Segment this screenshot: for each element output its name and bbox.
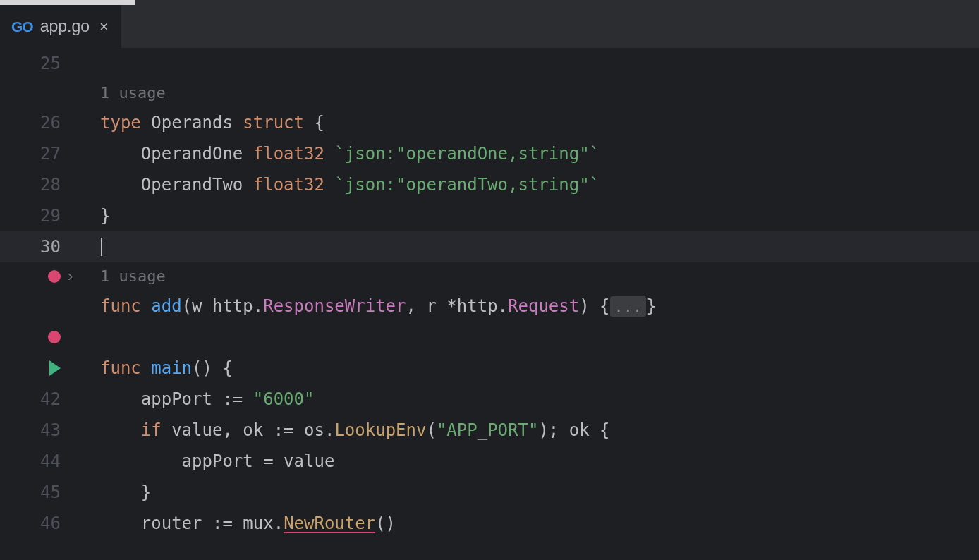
line-number[interactable]: 29	[0, 206, 66, 226]
type-ref: ResponseWriter	[263, 296, 406, 316]
breakpoint-icon[interactable]	[48, 270, 61, 283]
tab-filename: app.go	[40, 17, 90, 36]
variable: ok	[243, 420, 263, 440]
close-icon[interactable]: ×	[99, 18, 109, 36]
line-number[interactable]: 28	[0, 175, 66, 195]
variable: appPort	[182, 451, 253, 471]
assign-op: =	[263, 451, 273, 471]
line-number[interactable]: 25	[0, 54, 66, 73]
keyword-func: func	[100, 358, 141, 378]
variable: router	[141, 513, 202, 533]
package-ref: http	[457, 296, 498, 316]
builtin-type: float32	[253, 144, 324, 164]
function-call: NewRouter	[284, 513, 375, 533]
function-call: LookupEnv	[334, 420, 426, 440]
variable: value	[171, 420, 222, 440]
string-literal: "APP_PORT"	[437, 420, 539, 440]
builtin-type: float32	[253, 175, 324, 195]
field-name: OperandOne	[141, 144, 243, 164]
brace: }	[100, 207, 110, 224]
variable: appPort	[141, 389, 212, 409]
assign-op: :=	[274, 420, 294, 440]
struct-tag: `json:"operandOne,string"`	[334, 144, 600, 164]
package-ref: http	[212, 296, 253, 316]
line-number[interactable]: 30	[0, 237, 66, 257]
line-number[interactable]: 26	[0, 113, 66, 133]
tab-bar: GO app.go ×	[0, 0, 979, 48]
line-number[interactable]: 42	[0, 389, 66, 409]
usage-hint[interactable]: 1 usage	[100, 269, 166, 284]
code-text: ; ok {	[549, 420, 610, 440]
struct-tag: `json:"operandTwo,string"`	[334, 175, 600, 195]
type-ref: Request	[508, 296, 579, 316]
tab-active-indicator	[0, 0, 135, 5]
param: w	[192, 296, 202, 316]
line-number[interactable]: 27	[0, 144, 66, 164]
function-name: add	[151, 296, 181, 316]
line-number[interactable]: 44	[0, 451, 66, 471]
keyword-func: func	[100, 296, 141, 316]
usage-hint[interactable]: 1 usage	[100, 85, 166, 101]
type-name: Operands	[151, 113, 233, 133]
run-gutter-icon[interactable]	[49, 360, 61, 376]
brace: }	[141, 482, 151, 502]
field-name: OperandTwo	[141, 175, 243, 195]
text-cursor	[101, 238, 102, 256]
keyword-type: type	[100, 113, 141, 133]
string-literal: "6000"	[253, 389, 315, 409]
code-editor[interactable]: 25 1 usage 26 type Operands struct { 27 …	[0, 48, 979, 539]
fold-icon[interactable]: ›	[68, 269, 73, 284]
line-number[interactable]: 46	[0, 513, 66, 533]
keyword-if: if	[141, 420, 162, 440]
breakpoint-icon[interactable]	[48, 331, 61, 343]
package-ref: mux	[243, 513, 273, 533]
package-ref: os	[304, 420, 324, 440]
folded-code[interactable]: ...	[610, 296, 647, 317]
assign-op: :=	[222, 389, 243, 409]
tab-app-go[interactable]: GO app.go ×	[0, 5, 121, 48]
line-number[interactable]: 43	[0, 420, 66, 440]
go-file-icon: GO	[11, 18, 33, 35]
assign-op: :=	[212, 513, 233, 533]
line-number[interactable]: 45	[0, 482, 66, 502]
brace: {	[304, 113, 324, 133]
variable: value	[284, 451, 334, 471]
keyword-struct: struct	[243, 113, 304, 133]
param: r	[426, 296, 436, 316]
function-name: main	[151, 358, 192, 378]
